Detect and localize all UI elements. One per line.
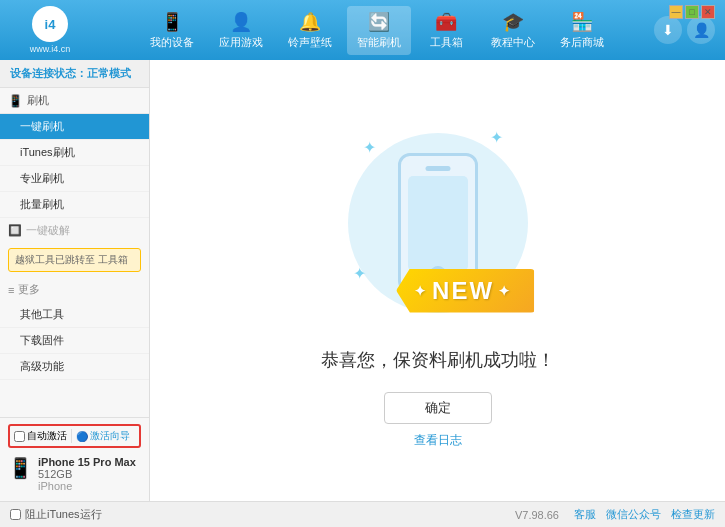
device-phone-icon: 📱	[8, 456, 33, 480]
new-ribbon-container: ✦ NEW ✦	[396, 269, 534, 313]
one-click-flash-label: 一键刷机	[20, 120, 64, 132]
footer-stop-itunes: 阻止iTunes运行	[10, 507, 102, 522]
status-value: 正常模式	[87, 67, 131, 79]
sidebar-download-firmware[interactable]: 下载固件	[0, 328, 149, 354]
status-bar: 设备连接状态：正常模式	[0, 60, 149, 88]
footer-version: V7.98.66	[515, 509, 559, 521]
nav-tutorial-label: 教程中心	[491, 35, 535, 50]
nav-ringtone-label: 铃声壁纸	[288, 35, 332, 50]
confirm-button[interactable]: 确定	[384, 392, 492, 424]
smart-flash-icon: 🔄	[368, 11, 390, 33]
minimize-button[interactable]: —	[669, 5, 683, 19]
maximize-button[interactable]: □	[685, 5, 699, 19]
jailbreak-icon: 🔲	[8, 224, 22, 237]
nav-app-games-label: 应用游戏	[219, 35, 263, 50]
nav-toolbox[interactable]: 🧰 工具箱	[416, 6, 476, 55]
header-actions: ⬇ 👤	[654, 16, 715, 44]
flash-section-header: 📱 刷机	[0, 88, 149, 114]
header: i4 www.i4.cn 📱 我的设备 👤 应用游戏 🔔 铃声壁纸 🔄 智能刷机	[0, 0, 725, 60]
main-layout: 设备连接状态：正常模式 📱 刷机 一键刷机 iTunes刷机 专业刷机 批量刷机…	[0, 60, 725, 501]
sidebar-batch-flash[interactable]: 批量刷机	[0, 192, 149, 218]
status-label: 设备连接状态：	[10, 67, 87, 79]
jailbreak-notice: 越狱工具已跳转至 工具箱	[8, 248, 141, 272]
new-badge: ✦ NEW ✦	[396, 269, 534, 313]
pro-flash-label: 专业刷机	[20, 172, 64, 184]
stop-itunes-checkbox[interactable]	[10, 509, 21, 520]
flash-section-label: 刷机	[27, 93, 49, 108]
toolbox-icon: 🧰	[435, 11, 457, 33]
flash-section-icon: 📱	[8, 94, 23, 108]
service-icon: 🏪	[571, 11, 593, 33]
sparkle-1: ✦	[363, 138, 376, 157]
phone-speaker	[425, 166, 450, 171]
user-button[interactable]: 👤	[687, 16, 715, 44]
nav-app-games[interactable]: 👤 应用游戏	[209, 6, 273, 55]
auto-activate-checkbox[interactable]: 自动激活	[14, 429, 67, 443]
footer-links: 客服 微信公众号 检查更新	[574, 507, 715, 522]
device-details: iPhone 15 Pro Max 512GB iPhone	[38, 456, 136, 492]
sidebar-other-tools[interactable]: 其他工具	[0, 302, 149, 328]
download-firmware-label: 下载固件	[20, 334, 64, 346]
nav-ringtone[interactable]: 🔔 铃声壁纸	[278, 6, 342, 55]
nav-bar: 📱 我的设备 👤 应用游戏 🔔 铃声壁纸 🔄 智能刷机 🧰 工具箱 🎓	[100, 6, 654, 55]
phone-screen	[408, 176, 468, 271]
sidebar: 设备连接状态：正常模式 📱 刷机 一键刷机 iTunes刷机 专业刷机 批量刷机…	[0, 60, 150, 501]
device-name: iPhone 15 Pro Max	[38, 456, 136, 468]
sidebar-itunes-flash[interactable]: iTunes刷机	[0, 140, 149, 166]
device-storage: 512GB	[38, 468, 136, 480]
more-section-label: 更多	[18, 282, 40, 297]
logo-area: i4 www.i4.cn	[10, 6, 90, 54]
tutorial-icon: 🎓	[502, 11, 524, 33]
success-text: 恭喜您，保资料刷机成功啦！	[321, 348, 555, 372]
auto-activate-input[interactable]	[14, 431, 25, 442]
my-device-icon: 📱	[161, 11, 183, 33]
itunes-flash-label: iTunes刷机	[20, 146, 75, 158]
nav-toolbox-label: 工具箱	[430, 35, 463, 50]
log-link[interactable]: 查看日志	[414, 432, 462, 449]
advanced-label: 高级功能	[20, 360, 64, 372]
success-illustration: ✦ ✦ ✦ ✦ NEW ✦	[328, 113, 548, 333]
sidebar-pro-flash[interactable]: 专业刷机	[0, 166, 149, 192]
auto-guide-label: 激活向导	[90, 429, 130, 443]
device-type: iPhone	[38, 480, 136, 492]
download-button[interactable]: ⬇	[654, 16, 682, 44]
divider	[71, 429, 72, 443]
device-info: 📱 iPhone 15 Pro Max 512GB iPhone	[8, 453, 141, 495]
logo-url: www.i4.cn	[30, 44, 71, 54]
batch-flash-label: 批量刷机	[20, 198, 64, 210]
nav-my-device[interactable]: 📱 我的设备	[140, 6, 204, 55]
ringtone-icon: 🔔	[299, 11, 321, 33]
footer-check-update-link[interactable]: 检查更新	[671, 507, 715, 522]
other-tools-label: 其他工具	[20, 308, 64, 320]
sparkle-3: ✦	[353, 264, 366, 283]
footer-wechat-link[interactable]: 微信公众号	[606, 507, 661, 522]
nav-service[interactable]: 🏪 务后商城	[550, 6, 614, 55]
auto-guide-link[interactable]: 🔵 激活向导	[76, 429, 130, 443]
window-controls: — □ ✕	[669, 5, 715, 19]
auto-controls-box: 自动激活 🔵 激活向导	[8, 424, 141, 448]
stop-itunes-label: 阻止iTunes运行	[25, 507, 102, 522]
nav-my-device-label: 我的设备	[150, 35, 194, 50]
footer: 阻止iTunes运行 V7.98.66 客服 微信公众号 检查更新	[0, 501, 725, 527]
more-icon: ≡	[8, 284, 14, 296]
auto-activate-label: 自动激活	[27, 429, 67, 443]
nav-smart-flash-label: 智能刷机	[357, 35, 401, 50]
nav-service-label: 务后商城	[560, 35, 604, 50]
sparkle-2: ✦	[490, 128, 503, 147]
device-section: 自动激活 🔵 激活向导 📱 iPhone 15 Pro Max 512GB iP…	[0, 417, 149, 501]
sidebar-advanced[interactable]: 高级功能	[0, 354, 149, 380]
nav-tutorial[interactable]: 🎓 教程中心	[481, 6, 545, 55]
sidebar-one-click-flash[interactable]: 一键刷机	[0, 114, 149, 140]
content-area: ✦ ✦ ✦ ✦ NEW ✦	[150, 60, 725, 501]
footer-client-link[interactable]: 客服	[574, 507, 596, 522]
close-button[interactable]: ✕	[701, 5, 715, 19]
jailbreak-section-header: 🔲 一键破解	[0, 218, 149, 243]
app-games-icon: 👤	[230, 11, 252, 33]
nav-smart-flash[interactable]: 🔄 智能刷机	[347, 6, 411, 55]
more-section-header: ≡ 更多	[0, 277, 149, 302]
logo-icon: i4	[32, 6, 68, 42]
jailbreak-section-label: 一键破解	[26, 223, 70, 238]
